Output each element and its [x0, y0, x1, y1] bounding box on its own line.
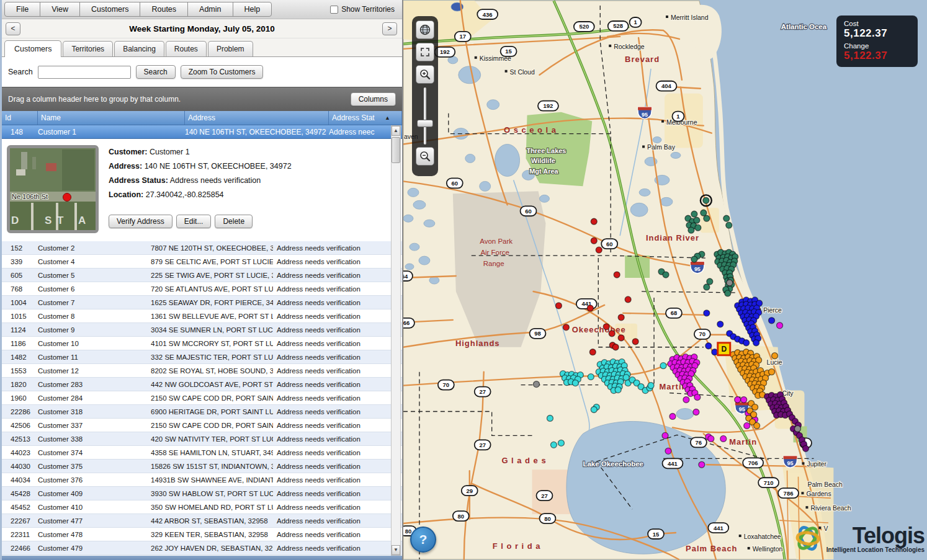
table-row[interactable]: 1820Customer 283442 NW GOLDCOAST AVE, PO…	[2, 378, 402, 391]
table-row[interactable]: 22286Customer 3186900 HERITAGE DR, PORT …	[2, 405, 402, 419]
customer-dot-port-st-lucie[interactable]	[754, 422, 760, 429]
tab-routes[interactable]: Routes	[166, 41, 207, 56]
customer-dot-lake-area[interactable]	[648, 383, 654, 389]
prev-week-button[interactable]: <	[6, 22, 20, 35]
table-row[interactable]: 42506Customer 3372150 SW CAPE COD DR, PO…	[2, 419, 402, 432]
customer-dot-port-st-lucie-west[interactable]	[708, 435, 714, 442]
zoom-out-button[interactable]	[416, 147, 434, 166]
menu-help[interactable]: Help	[233, 2, 272, 17]
tab-problem[interactable]: Problem	[208, 41, 253, 56]
customer-dot-port-st-lucie-west[interactable]	[694, 394, 701, 401]
customer-dot-fort-pierce[interactable]	[705, 343, 712, 349]
customer-dot-unassigned[interactable]	[795, 425, 801, 432]
table-row[interactable]: 1482Customer 11332 SE MAJESTIC TER, PORT…	[2, 350, 402, 364]
verify-address-button[interactable]: Verify Address	[109, 215, 172, 228]
table-scrollbar[interactable]: ▲ ▼	[391, 125, 401, 556]
map[interactable]: O s c e o l aBrevardIndian RiverHighland…	[403, 0, 927, 560]
search-input[interactable]	[38, 66, 131, 79]
table-row[interactable]: 1124Customer 93034 SE SUMNER LN, PORT ST…	[2, 323, 402, 337]
scroll-down-button[interactable]: ▼	[392, 545, 400, 555]
zoom-to-customers-button[interactable]: Zoom To Customers	[181, 65, 264, 79]
table-row[interactable]: 44034Customer 37614931B SW SHAWNEE AVE, …	[2, 473, 402, 487]
table-row[interactable]: 1186Customer 104101 SW MCCRORY ST, PORT …	[2, 337, 402, 350]
customer-dot-lake-area[interactable]	[550, 442, 557, 448]
table-row[interactable]: 44030Customer 37515826 SW 151ST ST, INDI…	[2, 460, 402, 473]
customer-dot-sebastian-vero[interactable]	[707, 278, 713, 285]
customer-dot-okeechobee[interactable]	[618, 335, 624, 341]
customer-dot-okeechobee[interactable]	[589, 349, 596, 355]
menu-customers[interactable]: Customers	[79, 2, 140, 17]
table-row[interactable]: 1004Customer 71625 SEAWAY DR, FORT PIERC…	[2, 296, 402, 309]
show-territories-checkbox[interactable]	[330, 6, 338, 14]
customer-dot-port-st-lucie-west[interactable]	[777, 322, 783, 329]
customer-dot-okeechobee[interactable]	[587, 305, 593, 311]
customer-dot-okeechobee[interactable]	[591, 238, 597, 244]
tab-customers[interactable]: Customers	[4, 40, 61, 57]
search-button[interactable]: Search	[136, 65, 176, 79]
column-header-address-stat[interactable]: Address Stat▲	[329, 111, 402, 125]
zoom-slider-thumb[interactable]	[417, 120, 433, 127]
customer-dot-sebastian-vero[interactable]	[723, 215, 730, 221]
table-row[interactable]: 152Customer 27807 NE 120TH ST, OKEECHOBE…	[2, 241, 402, 255]
zoom-in-button[interactable]	[416, 65, 434, 84]
customer-dot-sebastian-vero[interactable]	[691, 256, 697, 262]
customer-dot-lake-area[interactable]	[572, 380, 578, 386]
edit-button[interactable]: Edit...	[176, 215, 212, 228]
marquee-zoom-button[interactable]	[416, 43, 434, 61]
customer-dot-lake-area[interactable]	[558, 440, 564, 446]
tab-balancing[interactable]: Balancing	[114, 41, 164, 56]
table-row[interactable]: 1015Customer 81361 SW BELLEVUE AVE, PORT…	[2, 309, 402, 323]
customer-dot-unassigned[interactable]	[534, 381, 540, 388]
customer-dot-stuart[interactable]	[802, 445, 808, 451]
customer-dot-sebastian-vero[interactable]	[695, 224, 701, 231]
next-week-button[interactable]: >	[382, 22, 397, 35]
menu-view[interactable]: View	[40, 2, 80, 17]
aerial-thumbnail[interactable]: Ne 106th St DSTA	[7, 145, 99, 233]
customer-dot-port-st-lucie-west[interactable]	[744, 422, 750, 429]
scrollbar-track[interactable]	[392, 163, 400, 545]
customer-dot-fort-pierce[interactable]	[769, 318, 775, 324]
customer-dot-okeechobee[interactable]	[612, 344, 619, 350]
customer-dot-port-st-lucie-west[interactable]	[741, 397, 747, 403]
customer-dot-lake-area[interactable]	[615, 387, 621, 393]
customer-dot-port-st-lucie[interactable]	[769, 369, 775, 375]
customer-dot-okeechobee[interactable]	[555, 303, 562, 309]
customer-dot-fort-pierce[interactable]	[753, 340, 759, 346]
customer-dot-okeechobee[interactable]	[609, 331, 615, 337]
customer-dot-sebastian-vero[interactable]	[701, 210, 707, 216]
table-row[interactable]: 42513Customer 338420 SW NATIVITY TER, PO…	[2, 432, 402, 446]
delete-button[interactable]: Delete	[215, 215, 253, 228]
table-row[interactable]: 45452Customer 410350 SW HOMELAND RD, POR…	[2, 500, 402, 514]
customer-dot-fort-pierce[interactable]	[717, 321, 723, 327]
table-row[interactable]: 1553Customer 128202 SE ROYAL ST, HOBE SO…	[2, 364, 402, 378]
table-row[interactable]: 22311Customer 478329 KEEN TER, SEBASTIAN…	[2, 528, 402, 541]
help-button[interactable]: ?	[410, 527, 436, 553]
customer-dot-port-st-lucie-west[interactable]	[735, 397, 741, 403]
customer-dot-sebastian-vero[interactable]	[691, 211, 697, 217]
pan-mode-button[interactable]	[416, 20, 434, 39]
customer-dot-port-st-lucie-west[interactable]	[720, 435, 727, 442]
customer-dot-lake-area[interactable]	[547, 415, 553, 421]
zoom-slider[interactable]	[424, 87, 426, 144]
customer-dot-lake-area[interactable]	[588, 374, 594, 380]
customer-dot-fort-pierce[interactable]	[743, 340, 750, 346]
customer-dot-okeechobee[interactable]	[625, 296, 631, 303]
table-row[interactable]: 1960Customer 2842150 SW CAPE COD DR, POR…	[2, 391, 402, 405]
customer-dot-port-st-lucie[interactable]	[772, 353, 778, 359]
customer-dot-okeechobee[interactable]	[632, 339, 638, 345]
selected-row[interactable]: 148 Customer 1 140 NE 106TH ST, OKEECHOB…	[2, 125, 402, 139]
customer-dot-fort-pierce[interactable]	[704, 310, 710, 316]
scrollbar-thumb[interactable]	[392, 137, 400, 163]
columns-button[interactable]: Columns	[351, 92, 396, 106]
customer-dot-port-st-lucie-west[interactable]	[670, 413, 676, 419]
menu-file[interactable]: File	[4, 2, 40, 17]
menu-admin[interactable]: Admin	[187, 2, 233, 17]
customer-dot-okeechobee[interactable]	[614, 272, 620, 278]
column-header-address[interactable]: Address	[185, 111, 329, 125]
customer-dot-lake-area[interactable]	[660, 363, 666, 369]
table-row[interactable]: 44023Customer 3744358 SE HAMILTON LN, ST…	[2, 446, 402, 460]
tab-territories[interactable]: Territories	[63, 41, 113, 56]
table-row[interactable]: 45428Customer 4093930 SW HABLOW ST, PORT…	[2, 487, 402, 500]
table-row[interactable]: 339Customer 4879 SE CELTIC AVE, PORT ST …	[2, 255, 402, 269]
table-row[interactable]: 22466Customer 479262 JOY HAVEN DR, SEBAS…	[2, 541, 402, 555]
